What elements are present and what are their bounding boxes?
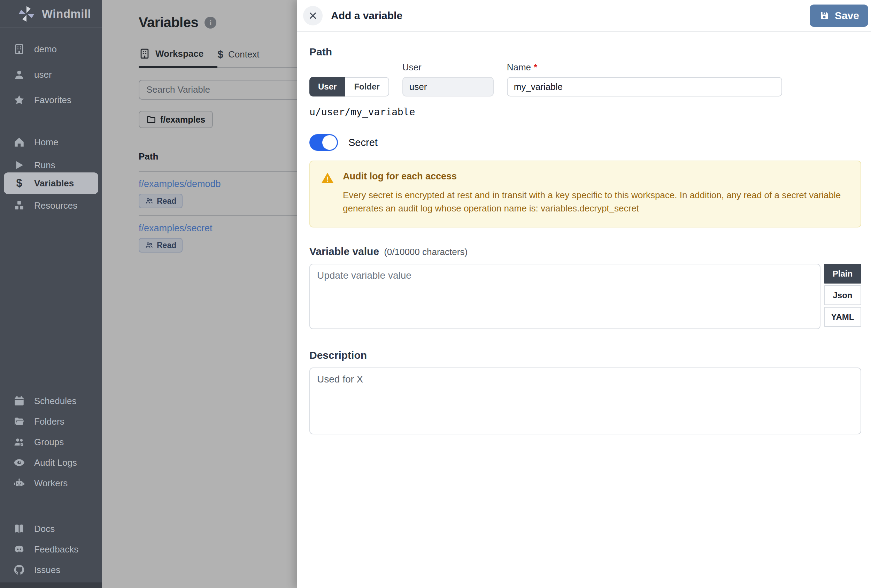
warning-body: Every secret is encrypted at rest and in… — [343, 189, 841, 215]
sidebar-item-label: Schedules — [34, 396, 76, 407]
warning-icon — [320, 171, 334, 185]
variable-value-heading: Variable value — [309, 245, 379, 257]
sidebar-item-label: Variables — [34, 178, 74, 189]
sidebar-item-schedules[interactable]: Schedules — [0, 393, 102, 408]
owner-kind-folder-option[interactable]: Folder — [345, 77, 389, 96]
sidebar-item-label: Groups — [34, 437, 64, 447]
format-tab-json[interactable]: Json — [824, 285, 861, 305]
description-textarea[interactable] — [309, 368, 861, 434]
calendar-icon — [13, 395, 25, 407]
sidebar-item-groups[interactable]: Groups — [0, 435, 102, 449]
sidebar-primary-group: Home Runs $ Variables Resources — [0, 135, 102, 213]
sidebar-item-runs[interactable]: Runs — [0, 158, 102, 172]
user-field-label: User — [403, 62, 494, 73]
sidebar-item-label: Workers — [34, 478, 67, 489]
save-icon — [819, 10, 830, 21]
book-icon — [13, 523, 25, 535]
sidebar: Windmill demo user Favorites Home — [0, 0, 102, 588]
save-button-label: Save — [835, 10, 859, 22]
owner-kind-user-option[interactable]: User — [309, 77, 345, 96]
character-counter: (0/10000 characters) — [384, 247, 468, 257]
warning-title: Audit log for each access — [343, 171, 841, 182]
sidebar-item-label: user — [34, 69, 52, 80]
format-tabs: Plain Json YAML — [824, 264, 861, 327]
building-icon — [13, 43, 25, 55]
cubes-icon — [13, 200, 25, 211]
sidebar-item-favorites[interactable]: Favorites — [0, 93, 102, 107]
close-button[interactable] — [303, 6, 323, 25]
drawer-body: Path User Folder User Name* u/user/m — [297, 32, 871, 434]
sidebar-item-label: Folders — [34, 416, 64, 427]
variable-value-heading-row: Variable value (0/10000 characters) — [309, 245, 861, 257]
format-tab-plain[interactable]: Plain — [824, 264, 861, 284]
windmill-app: Windmill demo user Favorites Home — [0, 0, 871, 588]
sidebar-item-label: demo — [34, 44, 57, 55]
full-path-preview: u/user/my_variable — [309, 106, 861, 118]
windmill-logo[interactable]: Windmill — [0, 0, 102, 28]
sidebar-footer-bar — [0, 582, 102, 588]
path-section-heading: Path — [309, 46, 861, 58]
close-icon — [308, 10, 318, 21]
sidebar-item-label: Runs — [34, 160, 55, 171]
drawer-title: Add a variable — [331, 10, 403, 22]
drawer-header: Add a variable Save — [297, 0, 871, 32]
path-fields-row: User Folder User Name* — [309, 62, 861, 96]
sidebar-external-group: Docs Feedbacks Issues — [0, 521, 102, 577]
sidebar-item-workers[interactable]: Workers — [0, 476, 102, 491]
add-variable-drawer: Add a variable Save Path User Folder Use… — [297, 0, 871, 588]
required-asterisk: * — [534, 62, 537, 72]
sidebar-item-label: Feedbacks — [34, 544, 78, 555]
dollar-icon: $ — [13, 177, 25, 190]
sidebar-item-label: Issues — [34, 565, 60, 576]
secret-toggle-row: Secret — [309, 134, 861, 151]
sidebar-workspace-group: demo user Favorites — [0, 42, 102, 107]
app-name: Windmill — [42, 7, 91, 21]
audit-log-warning: Audit log for each access Every secret i… — [309, 161, 861, 227]
sidebar-item-resources[interactable]: Resources — [0, 198, 102, 213]
owner-kind-toggle: User Folder — [309, 77, 389, 96]
name-field-label: Name* — [507, 62, 782, 73]
play-icon — [13, 159, 25, 171]
github-icon — [13, 564, 25, 576]
sidebar-item-audit-logs[interactable]: Audit Logs — [0, 455, 102, 470]
sidebar-item-label: Favorites — [34, 95, 72, 106]
description-heading: Description — [309, 349, 861, 361]
sidebar-management-group: Schedules Folders Groups Audit Logs Work… — [0, 393, 102, 491]
variable-name-input[interactable] — [507, 77, 782, 96]
toggle-knob — [322, 135, 337, 150]
format-tab-yaml[interactable]: YAML — [824, 307, 861, 327]
save-button[interactable]: Save — [810, 4, 868, 27]
sidebar-item-folders[interactable]: Folders — [0, 414, 102, 429]
secret-toggle[interactable] — [309, 134, 338, 151]
folder-icon — [13, 416, 25, 427]
warning-content: Audit log for each access Every secret i… — [343, 171, 841, 215]
modal-backdrop[interactable] — [102, 0, 297, 588]
sidebar-item-home[interactable]: Home — [0, 135, 102, 150]
user-icon — [13, 69, 25, 81]
user-input[interactable] — [403, 77, 494, 96]
home-icon — [13, 136, 25, 148]
sidebar-item-user[interactable]: user — [0, 67, 102, 82]
discord-icon — [13, 543, 25, 555]
name-field: Name* — [507, 62, 782, 96]
users-gear-icon — [13, 436, 25, 448]
variable-value-textarea[interactable] — [309, 264, 820, 329]
variable-value-editor: Plain Json YAML — [309, 264, 861, 329]
sidebar-item-issues[interactable]: Issues — [0, 563, 102, 577]
sidebar-item-demo[interactable]: demo — [0, 42, 102, 57]
robot-icon — [13, 477, 25, 489]
star-icon — [13, 94, 25, 106]
user-field: User — [403, 62, 494, 96]
sidebar-item-feedbacks[interactable]: Feedbacks — [0, 542, 102, 557]
sidebar-item-variables[interactable]: $ Variables — [4, 172, 98, 194]
sidebar-item-label: Resources — [34, 200, 77, 211]
secret-toggle-label: Secret — [349, 137, 378, 148]
eye-icon — [13, 457, 25, 468]
windmill-logo-icon — [17, 4, 36, 24]
sidebar-item-label: Docs — [34, 524, 55, 534]
sidebar-item-label: Home — [34, 137, 58, 148]
sidebar-item-docs[interactable]: Docs — [0, 521, 102, 536]
sidebar-item-label: Audit Logs — [34, 457, 77, 468]
